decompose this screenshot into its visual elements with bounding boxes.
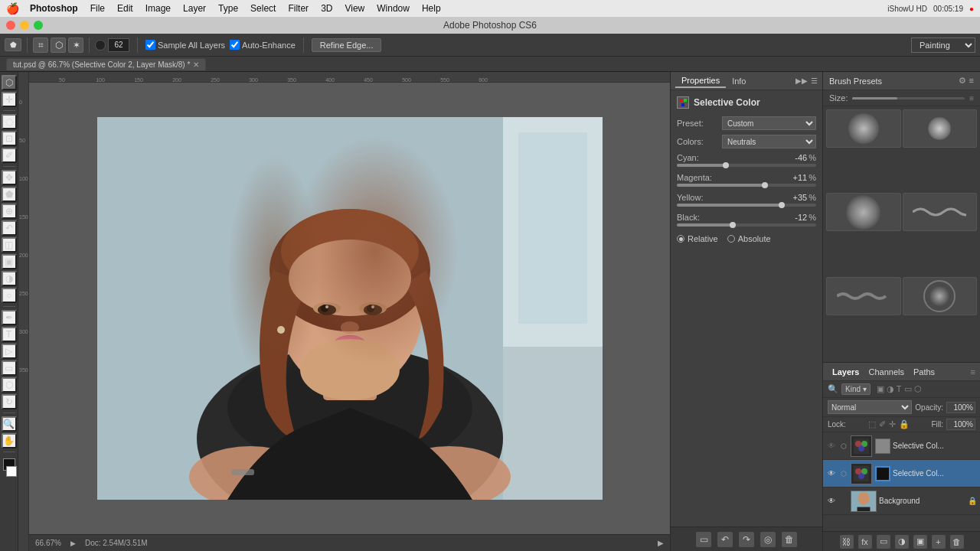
apple-menu[interactable]: 🍎 <box>6 2 19 15</box>
layer-row-2[interactable]: 👁 ⬡ Selective Col... <box>823 460 980 487</box>
delete-layer-button[interactable]: 🗑 <box>950 535 964 549</box>
preset-select[interactable]: Custom <box>722 116 816 130</box>
layer-visibility-1[interactable]: 👁 <box>826 441 837 452</box>
layer-style-button[interactable]: fx <box>858 535 872 549</box>
workspace-selector[interactable]: Painting <box>911 37 975 53</box>
absolute-radio[interactable] <box>727 235 735 243</box>
layer-row-1[interactable]: 👁 ⬡ Selective Col... <box>823 432 980 460</box>
sample-all-layers-label[interactable]: Sample All Layers <box>145 40 225 50</box>
layer-chain-2[interactable]: ⬡ <box>839 469 848 478</box>
tool-path-select[interactable]: ▷ <box>2 344 17 359</box>
layers-panel-menu[interactable]: ≡ <box>971 367 975 377</box>
lock-move-icon[interactable]: ✛ <box>889 419 896 429</box>
view-button[interactable]: ◎ <box>760 532 776 547</box>
minimize-button[interactable] <box>20 21 29 30</box>
colors-select[interactable]: Neutrals Reds Yellows Greens Cyans Blues… <box>722 135 816 148</box>
refine-edge-button[interactable]: Refine Edge... <box>312 38 382 52</box>
yellow-slider-thumb[interactable] <box>779 202 785 208</box>
menu-filter[interactable]: Filter <box>283 3 313 14</box>
menu-layer[interactable]: Layer <box>178 3 211 14</box>
fill-input[interactable] <box>946 419 975 430</box>
fg-bg-color-selector[interactable] <box>2 458 17 477</box>
tool-move[interactable]: ✛ <box>2 92 17 107</box>
menu-select[interactable]: Select <box>246 3 280 14</box>
brush-select-btn[interactable]: ⬟ <box>5 38 21 51</box>
menu-type[interactable]: Type <box>214 3 243 14</box>
tool-dodge[interactable]: ○ <box>2 288 17 303</box>
brush-preset-icon-2[interactable]: ≡ <box>969 76 974 86</box>
menu-image[interactable]: Image <box>141 3 175 14</box>
brush-item-5[interactable] <box>826 277 901 315</box>
filter-smart-icon[interactable]: ⬡ <box>914 384 922 394</box>
tool-hand[interactable]: ✋ <box>2 433 17 448</box>
blend-mode-select[interactable]: Normal <box>828 400 912 414</box>
tool-pen[interactable]: ✒ <box>2 310 17 325</box>
menu-view[interactable]: View <box>340 3 369 14</box>
opacity-input[interactable] <box>946 402 975 413</box>
redo-button[interactable]: ↷ <box>739 532 754 547</box>
zoom-icon[interactable]: ▶ <box>70 540 76 547</box>
lock-all-icon[interactable]: 🔒 <box>899 419 910 429</box>
tab-close-icon[interactable]: ✕ <box>193 60 199 69</box>
brush-item-2[interactable] <box>903 109 978 148</box>
yellow-slider-track[interactable] <box>677 204 816 207</box>
tool-rotate-view[interactable]: ↻ <box>2 394 17 409</box>
tool-history-brush[interactable]: ↶ <box>2 220 17 236</box>
lock-brush-icon[interactable]: ✐ <box>879 419 886 429</box>
brush-item-4[interactable] <box>903 193 978 231</box>
absolute-radio-label[interactable]: Absolute <box>727 234 771 243</box>
tab-paths[interactable]: Paths <box>909 366 939 378</box>
auto-enhance-checkbox[interactable] <box>230 40 240 50</box>
filter-text-icon[interactable]: T <box>897 384 902 394</box>
new-group-button[interactable]: ▣ <box>913 535 927 549</box>
menu-file[interactable]: File <box>86 3 109 14</box>
close-button[interactable] <box>6 21 15 30</box>
relative-radio-label[interactable]: Relative <box>677 234 718 243</box>
background-color[interactable] <box>6 466 17 477</box>
tool-zoom[interactable]: 🔍 <box>2 416 17 432</box>
tool-crop[interactable]: ⊡ <box>2 131 17 146</box>
filter-pixel-icon[interactable]: ▣ <box>877 384 884 394</box>
create-mask-button[interactable]: ▭ <box>696 532 711 547</box>
delete-button[interactable]: 🗑 <box>782 532 797 547</box>
layer-visibility-3[interactable]: 👁 <box>826 496 837 507</box>
tool-brush[interactable]: ⬟ <box>2 187 17 202</box>
menu-3d[interactable]: 3D <box>316 3 337 14</box>
tool-mode-btn-3[interactable]: ✶ <box>68 37 83 53</box>
menu-help[interactable]: Help <box>417 3 446 14</box>
tool-selection[interactable]: ⬡ <box>2 75 17 90</box>
magenta-slider-thumb[interactable] <box>762 182 768 188</box>
filter-shape-icon[interactable]: ▭ <box>904 384 912 394</box>
document-tab[interactable]: tut.psd @ 66.7% (Selective Color 2, Laye… <box>6 58 206 70</box>
tool-eraser[interactable]: ◫ <box>2 237 17 253</box>
brush-preset-icon-1[interactable]: ⚙ <box>959 76 966 86</box>
maximize-button[interactable] <box>34 21 43 30</box>
tab-channels[interactable]: Channels <box>864 366 908 378</box>
tool-shapes[interactable]: ▭ <box>2 360 17 376</box>
workspace-select[interactable]: Painting <box>911 37 975 53</box>
cyan-slider-track[interactable] <box>677 164 816 167</box>
tool-mode-btn-1[interactable]: ⌗ <box>33 37 48 53</box>
tool-eyedropper[interactable]: ✐ <box>2 148 17 163</box>
tool-healing[interactable]: ✥ <box>2 170 17 185</box>
magenta-slider-track[interactable] <box>677 184 816 187</box>
tab-properties[interactable]: Properties <box>675 74 726 88</box>
brush-size-right-icon[interactable]: ≡ <box>969 94 974 103</box>
layer-row-3[interactable]: 👁 Background 🔒 <box>823 487 980 515</box>
recorder-icon[interactable]: ● <box>969 5 974 13</box>
tab-layers[interactable]: Layers <box>828 366 864 378</box>
tool-3d[interactable]: ⬡ <box>2 377 17 393</box>
layer-chain-1[interactable]: ⬡ <box>839 442 848 451</box>
menu-edit[interactable]: Edit <box>113 3 138 14</box>
tab-info[interactable]: Info <box>726 75 752 87</box>
brush-size-slider[interactable] <box>852 97 965 99</box>
panel-menu-icon[interactable]: ☰ <box>811 77 818 85</box>
brush-item-3[interactable] <box>826 193 901 231</box>
add-mask-button[interactable]: ▭ <box>877 535 890 549</box>
canvas-image[interactable] <box>97 117 603 500</box>
sample-all-layers-checkbox[interactable] <box>145 40 155 50</box>
history-button[interactable]: ↶ <box>717 532 733 547</box>
link-layers-button[interactable]: ⛓ <box>840 535 854 549</box>
relative-radio[interactable] <box>677 235 684 243</box>
tool-mode-btn-2[interactable]: ⬡ <box>51 37 66 53</box>
